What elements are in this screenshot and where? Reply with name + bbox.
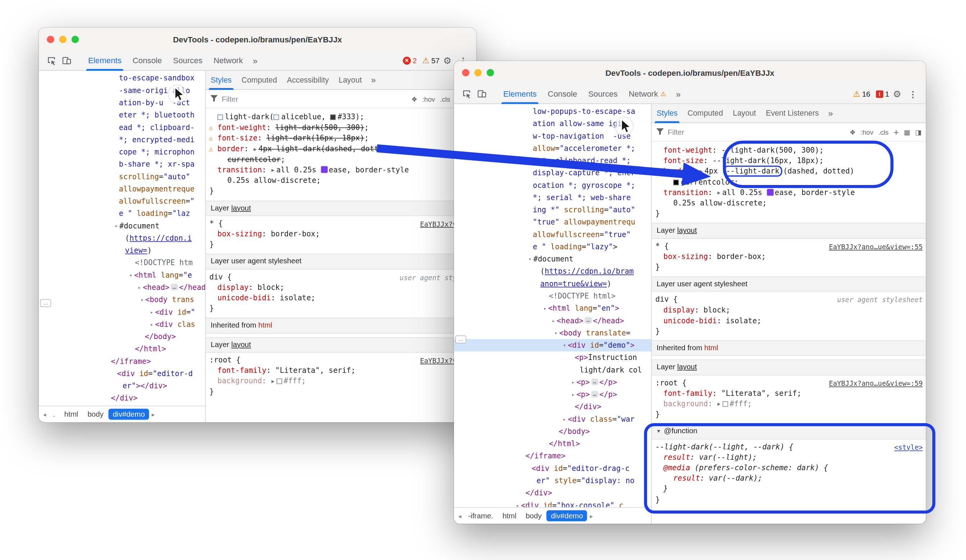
dom-line[interactable]: ▸<head>…</head [39, 281, 205, 293]
dom-line[interactable]: display-capture *; encr [454, 167, 651, 179]
dom-line[interactable]: ▾<body translate= [454, 327, 651, 339]
dom-line[interactable]: ▸<p>…</p> [454, 388, 651, 401]
resource-link[interactable]: https://cdpn.i [130, 234, 192, 242]
style-rule[interactable]: * {EaYBJJx?view=box-sizing: border-box;} [207, 218, 476, 250]
issue-badge[interactable]: !1 [876, 90, 889, 98]
ellipsis-button[interactable]: … [585, 317, 592, 324]
dom-line[interactable]: e " loading="lazy"> [454, 241, 651, 253]
breadcrumb-item[interactable]: body [521, 510, 546, 521]
style-rule[interactable]: :root {EaYBJJx?ano…ue&view=:59font-famil… [654, 378, 926, 420]
overflow-dots-button[interactable]: … [455, 336, 466, 344]
layer-link[interactable]: layout [231, 203, 251, 212]
close-button[interactable] [47, 36, 54, 43]
style-rule[interactable]: * {EaYBJJx?ano…ue&view=:55box-sizing: bo… [654, 241, 926, 273]
resource-link[interactable]: anon=true&view= [540, 280, 607, 288]
breadcrumb-item[interactable]: . [49, 409, 59, 420]
dom-line[interactable]: "true" allowpaymentrequ [454, 216, 651, 228]
settings-gear-icon[interactable]: ⚙ [440, 55, 455, 66]
dom-line[interactable]: ead *; clipboard- [39, 121, 205, 134]
dom-line[interactable]: -same-origi allo [39, 84, 205, 97]
style-declaration[interactable]: display: block; [207, 282, 473, 293]
style-declaration[interactable]: background: ▶#fff; [207, 376, 473, 386]
error-badge[interactable]: ✕2 [402, 56, 417, 65]
style-declaration[interactable]: border: ▶4px --light-dark(dashed, dotted… [654, 166, 923, 177]
dom-line[interactable]: ing *" scrolling="auto" [454, 204, 651, 216]
minimize-button[interactable] [59, 36, 67, 43]
style-declaration[interactable]: transition: ▶all 0.25s ease, border-styl… [207, 165, 473, 175]
crumb-scroll-right[interactable]: ▸ [588, 512, 595, 519]
dom-line[interactable]: view=) [39, 244, 205, 257]
style-declaration[interactable]: box-sizing: border-box; [654, 251, 923, 262]
style-rule[interactable]: font-weight: --light-dark(500, 300);font… [654, 145, 926, 219]
style-declaration[interactable]: 0.25s allow-discrete; [207, 176, 473, 186]
dom-line[interactable]: light/dark col [454, 364, 651, 376]
dom-line[interactable]: (https://cdpn.io/bram [454, 265, 651, 277]
dom-line[interactable]: </iframe> [454, 450, 651, 462]
inspect-element-icon[interactable] [459, 87, 474, 101]
dom-line[interactable]: allowpaymentreque [39, 183, 205, 195]
dom-line[interactable]: allow="accelerometer *; [454, 142, 651, 154]
dom-line[interactable]: ▸<head>…</head> [454, 314, 651, 327]
tab-computed[interactable]: Computed [237, 71, 282, 89]
dom-line[interactable]: <div id="editor-d [39, 367, 205, 380]
tab-network[interactable]: Network⚠ [623, 84, 672, 103]
dom-line[interactable]: </div> [454, 401, 651, 413]
dom-line[interactable]: to-escape-sandbox [39, 72, 205, 84]
dom-line[interactable]: </body> [39, 331, 205, 343]
tab-console[interactable]: Console [542, 84, 583, 103]
dom-line[interactable]: ▸<p>…</p> [454, 376, 651, 388]
dom-line[interactable]: eter *; bluetooth [39, 109, 205, 121]
layer-link[interactable]: layout [677, 226, 697, 235]
device-toolbar-icon[interactable] [474, 87, 490, 101]
crumb-scroll-right[interactable]: ▸ [150, 411, 157, 418]
style-declaration[interactable]: currentcolor; [654, 177, 923, 188]
class-toggle[interactable]: .cls [878, 128, 888, 136]
dom-line[interactable]: </div> [454, 487, 651, 499]
dom-line[interactable]: <!DOCTYPE html> [454, 290, 651, 302]
overflow-dots-button[interactable]: … [40, 299, 51, 307]
dom-line[interactable]: a *; clipboard-read *; [454, 154, 651, 167]
breadcrumb-item[interactable]: html [60, 409, 83, 420]
tab-elements[interactable]: Elements [498, 84, 542, 103]
tab-computed[interactable]: Computed [683, 104, 728, 123]
more-tabs-button[interactable]: » [672, 84, 685, 103]
style-rule[interactable]: light-dark(aliceblue, #333);⚠font-weight… [207, 112, 476, 197]
layers-icon[interactable]: ❖ [411, 95, 417, 103]
breadcrumb-item[interactable]: body [83, 409, 108, 420]
grid-overlay-icon[interactable]: ▦ [904, 128, 910, 136]
dom-line[interactable]: *; encrypted-medi [39, 134, 205, 146]
tab-layout[interactable]: Layout [334, 71, 367, 89]
dom-line[interactable]: ▸<div id="box-console" c [454, 499, 651, 507]
layer-link[interactable]: layout [231, 340, 251, 349]
tab-elements[interactable]: Elements [83, 51, 127, 70]
dom-line[interactable]: <p>Instruction [454, 351, 651, 364]
dom-line[interactable]: allowfullscreen="true" [454, 228, 651, 241]
breadcrumb-item[interactable]: html [498, 510, 521, 521]
style-declaration[interactable]: font-size: --light-dark(16px, 18px); [654, 156, 923, 166]
settings-gear-icon[interactable]: ⚙ [889, 88, 905, 100]
breadcrumb-item[interactable]: -iframe. [464, 510, 498, 521]
dom-line[interactable]: ▸<div class="war [454, 413, 651, 425]
warning-badge[interactable]: ⚠57 [422, 56, 440, 65]
class-toggle[interactable]: .cls [440, 95, 450, 103]
style-rule[interactable]: :root {EaYBJJx?view=font-family: "Litera… [207, 355, 476, 397]
dom-line[interactable]: er"></div> [39, 380, 205, 392]
style-declaration[interactable]: unicode-bidi: isolate; [207, 293, 473, 303]
style-declaration[interactable]: ⚠font-size: light-dark(16px, 18px); [207, 133, 473, 144]
style-declaration[interactable]: currentcolor; [207, 154, 473, 165]
dom-line[interactable]: <div id="editor-drag-c [454, 462, 651, 475]
style-declaration[interactable]: unicode-bidi: isolate; [654, 316, 923, 326]
dom-line[interactable]: </div> [39, 392, 205, 404]
devtools-window-back[interactable]: DevTools - codepen.io/bramus/pen/EaYBJJx… [39, 28, 476, 422]
style-declaration[interactable]: background: ▶#fff; [654, 399, 923, 409]
warning-badge[interactable]: ⚠16 [853, 90, 871, 98]
tab-styles[interactable]: Styles [652, 104, 683, 123]
style-rule[interactable]: div {user agent stylesheetdisplay: block… [654, 295, 926, 337]
style-declaration[interactable]: ⚠font-weight: light-dark(500, 300); [207, 123, 473, 133]
dom-line[interactable]: ocation *; gyroscope *; [454, 179, 651, 192]
dom-line[interactable]: low-popups-to-escape-sa [454, 105, 651, 118]
more-tabs-button[interactable]: » [824, 104, 838, 123]
dom-line[interactable]: w-top-navigation -use [454, 130, 651, 142]
style-declaration[interactable]: light-dark(aliceblue, #333); [207, 112, 473, 123]
dom-line[interactable]: <!DOCTYPE htm [39, 257, 205, 269]
